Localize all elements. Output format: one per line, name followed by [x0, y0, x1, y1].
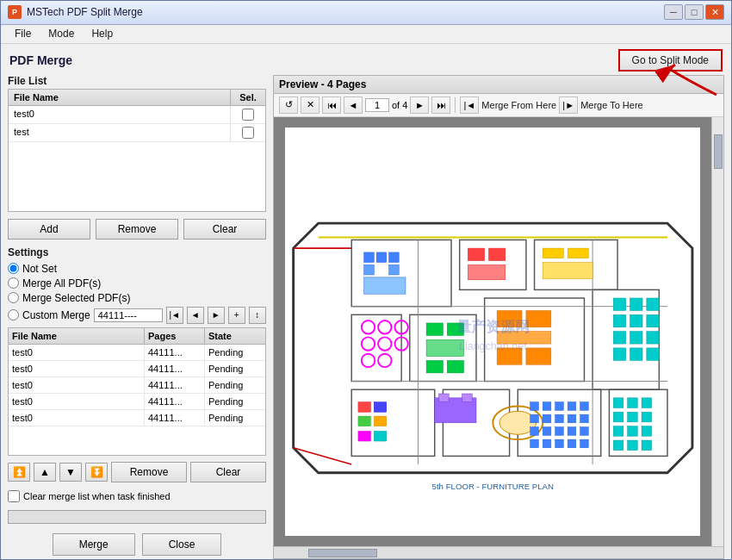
goto-split-button[interactable]: Go to Split Mode: [618, 49, 723, 72]
settings-title: Settings: [8, 246, 266, 258]
add-button[interactable]: Add: [8, 219, 90, 240]
toolbar-merge-from-nav[interactable]: |◄: [460, 96, 479, 114]
file-row-name: test0: [9, 106, 231, 123]
merge-remove-button[interactable]: Remove: [111, 462, 187, 482]
file-row-checkbox[interactable]: [242, 109, 254, 121]
preview-toolbar: ↺ ✕ ⏮ ◄ of 4 ► ⏭ |◄ Merge From Here |► M…: [274, 94, 723, 117]
vertical-scrollbar[interactable]: [711, 117, 723, 546]
toolbar-refresh-button[interactable]: ↺: [279, 96, 298, 114]
radio-merge-selected-input[interactable]: [8, 292, 19, 303]
toolbar-first-button[interactable]: ⏮: [322, 96, 341, 114]
radio-merge-all-input[interactable]: [8, 277, 19, 289]
merge-list-row: test0 44111... Pending: [9, 345, 265, 361]
svg-rect-72: [580, 414, 588, 423]
merge-button[interactable]: Merge: [53, 533, 135, 556]
menu-help[interactable]: Help: [84, 26, 120, 41]
svg-rect-94: [642, 440, 652, 451]
toolbar-merge-to-nav[interactable]: |►: [559, 96, 578, 114]
title-bar: P MSTech PDF Split Merge ─ □ ✕: [1, 1, 731, 25]
toolbar-prev-button[interactable]: ◄: [344, 96, 363, 114]
svg-rect-24: [468, 265, 505, 280]
svg-rect-68: [530, 414, 538, 423]
svg-rect-87: [627, 413, 637, 423]
svg-rect-32: [630, 315, 642, 327]
svg-rect-27: [543, 263, 592, 279]
merge-row-pages: 44111...: [145, 377, 205, 393]
scroll-bottom-button[interactable]: ⏬: [85, 463, 108, 482]
preview-content: 量产资源网 Liangchan.net 5th FLOOR - FURNITUR…: [285, 128, 701, 535]
svg-rect-17: [376, 252, 387, 263]
svg-rect-65: [555, 402, 563, 411]
close-button[interactable]: ✕: [705, 4, 724, 20]
merge-col-pages: Pages: [145, 328, 205, 344]
file-list-buttons: Add Remove Clear: [8, 219, 266, 240]
clear-button[interactable]: Clear: [183, 219, 266, 240]
scroll-down-button[interactable]: ▼: [59, 463, 82, 482]
scroll-up-button[interactable]: ▲: [34, 463, 56, 482]
svg-rect-33: [647, 315, 659, 327]
scrollbar-thumb[interactable]: [714, 134, 723, 169]
svg-rect-67: [580, 402, 588, 411]
page-input[interactable]: [365, 98, 389, 112]
remove-button[interactable]: Remove: [96, 219, 178, 240]
menu-mode[interactable]: Mode: [41, 26, 81, 41]
radio-merge-all-label: Merge All PDF(s): [22, 277, 101, 289]
svg-rect-54: [526, 311, 551, 327]
custom-merge-input[interactable]: [94, 308, 163, 322]
svg-rect-16: [363, 252, 374, 263]
file-row-checkbox[interactable]: [242, 127, 254, 139]
svg-rect-36: [647, 332, 659, 344]
close-button[interactable]: Close: [142, 533, 222, 556]
merge-row-filename: test0: [9, 345, 145, 360]
svg-rect-86: [613, 413, 623, 423]
nav-add-button[interactable]: +: [228, 307, 245, 324]
restore-button[interactable]: □: [685, 4, 704, 20]
svg-rect-25: [543, 248, 563, 258]
svg-rect-79: [543, 439, 551, 448]
svg-rect-92: [613, 440, 623, 451]
svg-rect-97: [358, 416, 370, 426]
nav-first-button[interactable]: |◄: [166, 307, 183, 324]
nav-prev-button[interactable]: ◄: [187, 307, 204, 324]
svg-rect-84: [627, 398, 637, 408]
svg-rect-48: [426, 323, 443, 335]
merge-row-state: Pending: [205, 345, 265, 360]
progress-bar: [8, 510, 266, 524]
svg-text:5th FLOOR - FURNITURE PLAN: 5th FLOOR - FURNITURE PLAN: [431, 482, 553, 491]
svg-rect-21: [363, 277, 405, 294]
toolbar-next-button[interactable]: ►: [410, 96, 429, 114]
svg-rect-57: [526, 348, 551, 364]
svg-rect-73: [530, 427, 538, 436]
clear-checkbox[interactable]: [8, 490, 20, 502]
menu-file[interactable]: File: [8, 26, 38, 41]
horizontal-scrollbar[interactable]: [274, 546, 723, 558]
toolbar-cancel-button[interactable]: ✕: [301, 96, 319, 114]
svg-rect-85: [642, 398, 652, 408]
window-controls: ─ □ ✕: [664, 4, 724, 20]
svg-rect-91: [642, 426, 652, 437]
nav-sort-button[interactable]: ↕: [249, 307, 266, 324]
svg-rect-18: [388, 252, 399, 263]
title-bar-left: P MSTech PDF Split Merge: [8, 5, 143, 19]
merge-clear-button[interactable]: Clear: [190, 462, 266, 482]
application-window: P MSTech PDF Split Merge ─ □ ✕ File Mode…: [0, 0, 732, 560]
menu-bar: File Mode Help: [1, 25, 731, 44]
minimize-button[interactable]: ─: [664, 4, 683, 20]
page-header: PDF Merge Go to Split Mode: [1, 44, 731, 75]
scroll-top-button[interactable]: ⏫: [8, 463, 30, 482]
col-sel: Sel.: [231, 90, 265, 105]
radio-custom-merge-input[interactable]: [8, 309, 19, 320]
nav-next-button[interactable]: ►: [208, 307, 225, 324]
toolbar-last-button[interactable]: ⏭: [431, 96, 450, 114]
col-filename: File Name: [9, 90, 231, 105]
svg-rect-81: [568, 439, 576, 448]
svg-rect-52: [447, 361, 463, 373]
h-scrollbar-thumb[interactable]: [308, 549, 377, 557]
preview-panel: Preview - 4 Pages ↺ ✕ ⏮ ◄ of 4 ► ⏭ |◄ Me…: [273, 75, 724, 559]
merge-to-label: Merge To Here: [580, 100, 643, 110]
radio-not-set-input[interactable]: [8, 263, 19, 274]
svg-rect-100: [374, 432, 386, 442]
radio-not-set: Not Set: [8, 263, 266, 275]
bottom-buttons: Merge Close: [8, 533, 266, 556]
file-list-body: test0 test: [9, 106, 265, 211]
